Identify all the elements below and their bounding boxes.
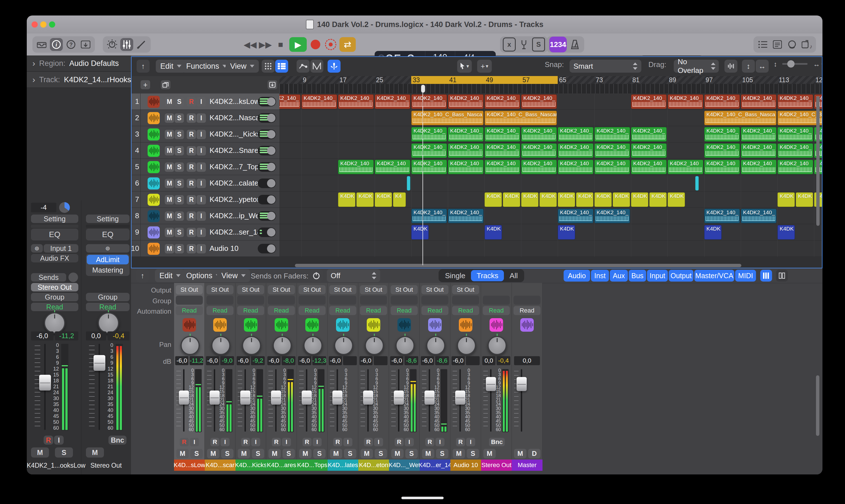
output-button[interactable]: St Out <box>268 285 295 294</box>
mixer-strip[interactable]: St OutRead-6,003691215182124303540455060… <box>358 283 389 471</box>
record-enable-button[interactable]: R <box>180 438 189 446</box>
peak-db-value[interactable] <box>343 356 357 365</box>
solo-button[interactable]: S <box>175 228 184 237</box>
track-name[interactable]: K4DK2...Nascar <box>210 110 262 126</box>
peak-db-value[interactable] <box>374 356 388 365</box>
region[interactable]: K4DK2_140_ <box>411 143 447 158</box>
mute-button[interactable]: M <box>165 228 174 237</box>
track-name[interactable]: K4DK2...ksLow <box>210 93 260 110</box>
solo-button[interactable]: S <box>175 179 184 188</box>
ruler-bar-number[interactable]: 81 <box>632 76 640 84</box>
sends-slot[interactable]: Sends <box>31 273 66 282</box>
region[interactable]: K4DK <box>375 192 392 207</box>
pan-knob[interactable] <box>365 336 384 355</box>
volume-fader[interactable] <box>332 391 342 404</box>
record-enable-button[interactable]: R <box>187 162 196 172</box>
solo-button[interactable]: S <box>467 449 479 458</box>
solo-button[interactable]: S <box>313 449 325 458</box>
region[interactable]: K4DK2_140_ <box>558 209 594 223</box>
mute-button[interactable]: M <box>207 449 219 458</box>
region[interactable]: K4DK2_140 <box>521 160 557 174</box>
dim-button[interactable]: D <box>528 449 541 458</box>
region[interactable]: K4DK2_140_ <box>375 94 410 109</box>
loop-browser-icon[interactable] <box>786 38 798 51</box>
region[interactable]: K4DK <box>649 192 667 207</box>
secondary-tool-button[interactable]: +▾ <box>477 60 492 73</box>
automation-icon[interactable] <box>297 60 310 73</box>
snap-dropdown[interactable]: Smart <box>569 60 641 73</box>
region[interactable]: K4DK2_140_ <box>448 209 483 223</box>
solo-button[interactable]: S <box>175 195 184 204</box>
volume-fader[interactable] <box>516 377 527 391</box>
note-pads-icon[interactable] <box>771 38 784 51</box>
catch-playhead-icon[interactable] <box>328 60 340 73</box>
track-name[interactable]: Audio 10 <box>210 240 239 256</box>
automation-mode-button[interactable]: Read <box>452 306 479 315</box>
region[interactable]: K4DK2_140_ <box>521 143 557 158</box>
peak-db-value[interactable]: -0,4 <box>108 331 129 340</box>
region[interactable]: K4DK <box>485 225 502 240</box>
group-slot[interactable]: Group <box>31 293 78 301</box>
channel-name-label[interactable]: K4D...er_14 <box>420 460 451 471</box>
library-icon[interactable] <box>35 38 48 51</box>
input-slot[interactable]: Input 1 <box>43 244 78 253</box>
channel-setting-button[interactable]: Setting <box>31 215 78 223</box>
hide-mixer-icon[interactable]: ↑ <box>136 269 149 282</box>
channel-name-label[interactable]: K4D..._Wet <box>389 460 420 471</box>
mixer-strip[interactable]: St OutRead-6,003691215182124303540455060… <box>328 283 358 471</box>
region[interactable]: K4DK2_140_ <box>485 94 520 109</box>
region[interactable] <box>407 176 410 191</box>
region[interactable]: K4DK2_140_ <box>594 127 630 142</box>
solo-button[interactable]: S <box>252 449 264 458</box>
region[interactable]: K4DK2_140 <box>741 160 777 174</box>
automation-mode-button[interactable]: Read <box>360 306 387 315</box>
track-header-config-icon[interactable] <box>268 80 277 89</box>
region[interactable]: K4DK2_140_ <box>411 94 447 109</box>
record-enable-button[interactable]: R <box>187 244 196 253</box>
channel-name-label[interactable]: K4D...Kicks <box>235 460 266 471</box>
stop-icon[interactable]: ■ <box>274 38 287 51</box>
region[interactable]: K4DK <box>631 192 648 207</box>
region[interactable]: K4DK <box>777 225 795 240</box>
vertical-auto-zoom-icon[interactable]: ↕ <box>742 60 755 73</box>
record-enable-button[interactable]: R <box>425 438 434 446</box>
region[interactable]: K4DK2_140 <box>704 160 740 174</box>
channel-name-label[interactable]: K4D...scar <box>205 460 235 471</box>
track-header[interactable]: 7MSRIK4DK2...ypeton <box>131 192 279 208</box>
record-enable-button[interactable]: R <box>187 179 196 188</box>
track-header[interactable]: 8MSRIK4DK2...ip_Wet <box>131 208 279 224</box>
region[interactable]: K4DK2_140_ <box>411 209 447 223</box>
mute-button[interactable]: M <box>165 113 174 123</box>
record-enable-button[interactable]: R <box>187 212 196 221</box>
automation-mode-button[interactable]: Read <box>268 306 295 315</box>
solo-button[interactable]: S <box>175 113 184 123</box>
volume-fader[interactable] <box>486 377 496 391</box>
group-slot[interactable] <box>176 296 203 305</box>
region[interactable]: K4DK2_140_ <box>777 94 813 109</box>
stereo-format-icon[interactable]: ⊚ <box>31 244 43 253</box>
group-slot[interactable] <box>452 296 479 305</box>
region[interactable]: K4DK <box>521 192 539 207</box>
mixer-icon[interactable] <box>120 38 133 51</box>
ruler-bar-number[interactable]: 121 <box>815 76 823 84</box>
eq-slot[interactable]: EQ <box>31 229 78 240</box>
region[interactable]: K4DK2_140 <box>668 160 703 174</box>
volume-db-value[interactable]: -6,0 <box>452 356 465 365</box>
automation-mode-button[interactable]: Read <box>86 303 129 311</box>
automation-mode-button[interactable]: Read <box>329 306 356 315</box>
channel-name-label[interactable]: K4D...eton <box>358 460 389 471</box>
mute-button[interactable]: M <box>330 449 342 458</box>
mixer-strip[interactable]: St OutRead-6,0-12,3036912151821243035404… <box>297 283 328 471</box>
region[interactable]: K4DK2_140 <box>448 160 483 174</box>
mute-button[interactable]: M <box>514 449 526 458</box>
solo-button[interactable]: S <box>175 146 184 156</box>
region[interactable]: K4DK2_140_ <box>448 94 483 109</box>
region[interactable]: K4DK <box>704 225 722 240</box>
record-enable-button[interactable]: R <box>302 438 312 446</box>
region[interactable] <box>695 176 699 191</box>
quick-help-icon[interactable]: ? <box>65 38 77 51</box>
mute-button[interactable]: M <box>238 449 250 458</box>
horizontal-scrollbar[interactable] <box>295 264 741 267</box>
mute-button[interactable]: M <box>391 449 404 458</box>
volume-db-value[interactable]: 0,0 <box>514 356 540 365</box>
